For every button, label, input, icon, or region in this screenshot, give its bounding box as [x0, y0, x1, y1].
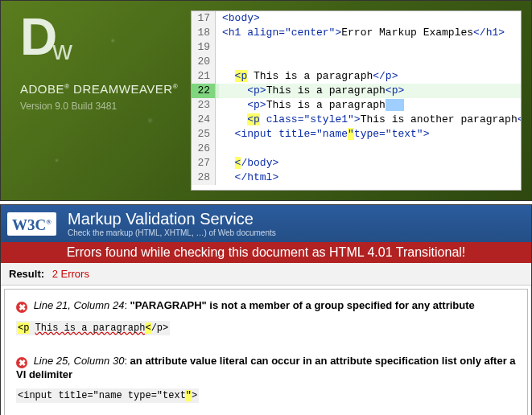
error-heading: ✖ Line 25, Column 30: an attribute value…: [16, 355, 516, 380]
code-editor[interactable]: 17<body> 18<h1 align="center">Error Mark…: [191, 10, 522, 191]
validator-title: Markup Validation Service: [68, 210, 276, 228]
error-location: Line 25, Column 30: [34, 355, 125, 367]
line-number: 22: [192, 84, 216, 98]
error-icon: ✖: [16, 302, 27, 313]
version-text: Version 9.0 Build 3481: [20, 101, 188, 112]
result-bar: Result: 2 Errors: [1, 263, 531, 286]
brand-text: ADOBE® DREAMWEAVER®: [20, 82, 188, 96]
w3c-logo: W3C®: [7, 212, 56, 236]
line-number: 20: [192, 55, 216, 69]
error-heading: ✖ Line 21, Column 24: "PARAGRAPH" is not…: [16, 299, 516, 313]
line-number: 25: [192, 127, 216, 142]
line-number: 19: [192, 40, 216, 55]
line-number: 26: [192, 142, 216, 156]
validator-subtitle: Check the markup (HTML, XHTML, …) of Web…: [68, 228, 276, 237]
code-line: 24 <p class="style1">This is another par…: [192, 113, 521, 127]
logo-letter-w: w: [52, 35, 72, 66]
dreamweaver-panel: D w ADOBE® DREAMWEAVER® Version 9.0 Buil…: [0, 0, 532, 201]
code-line: 28 </html>: [192, 171, 521, 185]
line-number: 23: [192, 98, 216, 113]
code-line: 25 <input title="name"type="text">: [192, 127, 521, 142]
error-location: Line 21, Column 24: [34, 299, 125, 311]
code-line: 22 <p>This is a paragraph<p>: [192, 84, 521, 98]
line-number: 18: [192, 26, 216, 40]
line-number: 27: [192, 156, 216, 171]
result-count: 2 Errors: [52, 268, 89, 280]
code-line: 19: [192, 40, 521, 55]
code-line: 20: [192, 55, 521, 69]
validator-header: W3C® Markup Validation Service Check the…: [1, 205, 531, 242]
error-icon: ✖: [16, 357, 27, 368]
line-number: 24: [192, 113, 216, 127]
logo-letter-d: D: [20, 15, 56, 59]
error-item: ✖ Line 21, Column 24: "PARAGRAPH" is not…: [16, 299, 516, 335]
error-list: ✖ Line 21, Column 24: "PARAGRAPH" is not…: [4, 289, 528, 415]
w3c-logo-text: W3C: [12, 216, 46, 233]
brand-product: DREAMWEAVER: [73, 82, 173, 96]
validator-title-block: Markup Validation Service Check the mark…: [68, 210, 276, 237]
dreamweaver-logo: D w: [20, 15, 188, 66]
code-line: 21 <p This is a paragraph</p>: [192, 69, 521, 84]
code-line: 26: [192, 142, 521, 156]
line-number: 17: [192, 11, 216, 26]
code-line: 18<h1 align="center">Error Markup Exampl…: [192, 26, 521, 40]
error-message: "PARAGRAPH" is not a member of a group s…: [130, 299, 475, 311]
error-banner: Errors found while checking this documen…: [1, 242, 531, 263]
validator-panel: W3C® Markup Validation Service Check the…: [0, 204, 532, 415]
error-source: <p This is a paragraph</p>: [16, 321, 170, 335]
line-number: 21: [192, 69, 216, 84]
error-source: <input title="name type="text">: [16, 388, 199, 403]
code-line: 27 </body>: [192, 156, 521, 171]
error-item: ✖ Line 25, Column 30: an attribute value…: [16, 355, 516, 403]
line-number: 28: [192, 171, 216, 185]
result-label: Result:: [9, 268, 44, 280]
code-line: 23 <p>This is a paragraph: [192, 98, 521, 113]
brand-prefix: ADOBE: [20, 82, 64, 96]
code-line: 17<body>: [192, 11, 521, 26]
dreamweaver-splash: D w ADOBE® DREAMWEAVER® Version 9.0 Buil…: [1, 1, 188, 200]
